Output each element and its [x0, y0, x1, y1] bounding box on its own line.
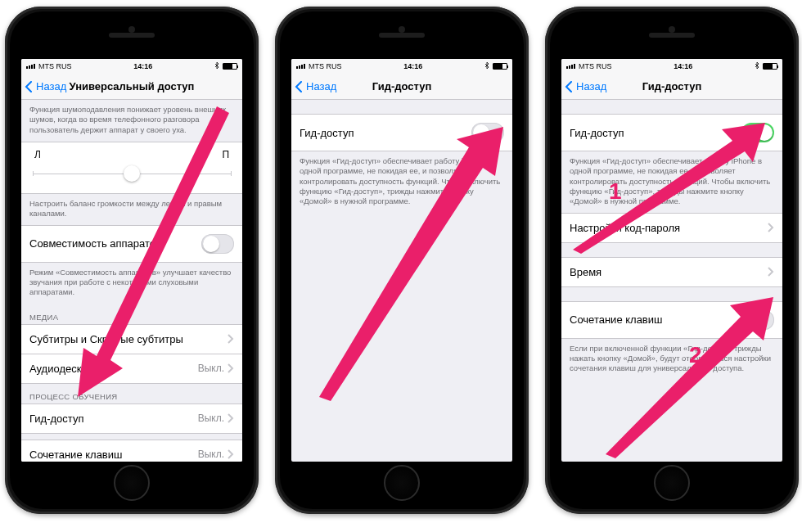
chevron-right-icon [228, 413, 234, 423]
guided-access-note: Функция «Гид-доступ» обеспечивает работу… [291, 151, 512, 214]
shortcut-note: Если при включенной функции «Гид-доступ»… [561, 339, 782, 381]
battery-icon [223, 63, 237, 70]
back-button[interactable]: Назад [21, 80, 66, 92]
carrier-label: MTS RUS [309, 62, 342, 70]
chevron-right-icon [228, 363, 234, 373]
accessibility-shortcut-value: Выкл. [198, 449, 224, 460]
chevron-right-icon [228, 334, 234, 344]
balance-right-label: П [222, 149, 229, 160]
bluetooth-icon [755, 61, 759, 71]
signal-icon [566, 64, 575, 69]
status-bar: MTS RUS 14:16 [561, 59, 782, 74]
nav-bar: Назад Гид-доступ [291, 74, 512, 100]
time-limits-label: Время [570, 266, 602, 278]
passcode-settings-label: Настройки код-пароля [570, 222, 680, 234]
signal-icon [26, 64, 35, 69]
group-header-learning: ПРОЦЕСС ОБУЧЕНИЯ [21, 384, 242, 404]
guided-access-cell[interactable]: Гид-доступ Выкл. [21, 404, 242, 434]
subtitles-cell[interactable]: Субтитры и Скрытые субтитры [21, 324, 242, 354]
subtitles-label: Субтитры и Скрытые субтитры [29, 333, 183, 345]
annotation-number-1: 1 [609, 178, 622, 205]
guided-access-toggle-cell[interactable]: Гид-доступ [561, 114, 782, 151]
hearing-compat-toggle[interactable] [201, 234, 234, 254]
group-header-media: МЕДИА [21, 304, 242, 325]
audiodescription-label: Аудиодескрипция [29, 363, 117, 375]
compat-note: Режим «Совместимость аппаратов» улучшает… [21, 263, 242, 304]
shortcut-toggle-label: Сочетание клавиш [570, 313, 662, 326]
guided-access-value: Выкл. [198, 413, 224, 424]
nav-bar: Назад Универсальный доступ [21, 74, 242, 100]
guided-access-toggle-label: Гид-доступ [300, 127, 354, 139]
noise-reduction-note: Функция шумоподавления понижает уровень … [21, 100, 242, 142]
bluetooth-icon [214, 61, 219, 71]
chevron-right-icon [228, 449, 234, 459]
signal-icon [296, 64, 305, 69]
nav-bar: Назад Гид-доступ [561, 74, 782, 100]
passcode-settings-cell[interactable]: Настройки код-пароля [561, 213, 782, 243]
home-button[interactable] [114, 465, 150, 501]
guided-access-toggle[interactable] [741, 123, 774, 142]
annotation-number-2: 2 [689, 342, 702, 368]
shortcut-toggle[interactable] [741, 310, 774, 330]
guided-access-label: Гид-доступ [29, 413, 83, 425]
status-time: 14:16 [133, 62, 152, 70]
back-button[interactable]: Назад [291, 80, 336, 92]
slider-knob[interactable] [124, 165, 140, 182]
guided-access-note: Функция «Гид-доступ» обеспечивает работу… [561, 151, 782, 214]
guided-access-toggle[interactable] [471, 123, 504, 142]
status-time: 14:16 [403, 62, 422, 70]
balance-cell: Л П [21, 142, 242, 194]
battery-icon [493, 63, 507, 70]
shortcut-toggle-cell[interactable]: Сочетание клавиш [561, 301, 782, 339]
audiodescription-cell[interactable]: Аудиодескрипция Выкл. [21, 354, 242, 384]
back-label: Назад [576, 80, 606, 92]
bluetooth-icon [484, 61, 489, 71]
carrier-label: MTS RUS [38, 62, 72, 70]
balance-note: Настроить баланс громкости между левым и… [21, 194, 242, 226]
balance-slider[interactable] [33, 165, 231, 182]
hearing-compat-cell[interactable]: Совместимость аппаратов [21, 225, 242, 263]
home-button[interactable] [384, 465, 420, 501]
status-bar: MTS RUS 14:16 [21, 59, 242, 74]
status-time: 14:16 [674, 62, 692, 70]
chevron-right-icon [768, 267, 774, 277]
guided-access-toggle-cell[interactable]: Гид-доступ [291, 114, 512, 151]
chevron-left-icon [295, 81, 304, 92]
time-limits-cell[interactable]: Время [561, 257, 782, 287]
hearing-compat-label: Совместимость аппаратов [29, 237, 161, 250]
home-button[interactable] [654, 465, 690, 501]
chevron-left-icon [565, 81, 574, 92]
battery-icon [763, 63, 777, 70]
chevron-right-icon [768, 223, 774, 232]
status-bar: MTS RUS 14:16 [291, 59, 512, 74]
carrier-label: MTS RUS [579, 62, 612, 70]
back-label: Назад [306, 80, 336, 92]
back-button[interactable]: Назад [561, 80, 606, 92]
back-label: Назад [36, 80, 66, 92]
accessibility-shortcut-label: Сочетание клавиш [29, 449, 122, 461]
accessibility-shortcut-cell[interactable]: Сочетание клавиш Выкл. [21, 440, 242, 462]
audiodescription-value: Выкл. [198, 363, 224, 374]
guided-access-toggle-label: Гид-доступ [570, 127, 624, 139]
balance-left-label: Л [34, 149, 41, 160]
chevron-left-icon [25, 81, 34, 92]
